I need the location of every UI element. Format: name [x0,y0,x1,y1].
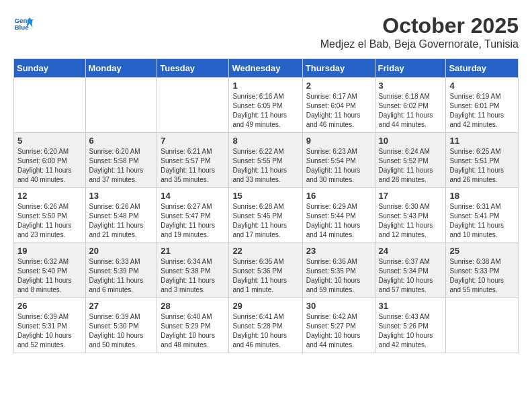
calendar-cell [157,78,229,133]
day-info: Sunrise: 6:40 AM Sunset: 5:29 PM Dayligh… [161,312,225,350]
weekday-header-saturday: Saturday [446,59,519,78]
day-number: 30 [306,301,371,311]
day-number: 23 [306,246,371,256]
day-number: 18 [449,191,515,201]
day-info: Sunrise: 6:31 AM Sunset: 5:41 PM Dayligh… [449,202,515,240]
logo-icon: General Blue [13,13,34,34]
day-number: 1 [232,81,298,91]
calendar-cell: 23Sunrise: 6:36 AM Sunset: 5:35 PM Dayli… [302,243,375,298]
day-number: 5 [17,136,82,146]
day-info: Sunrise: 6:25 AM Sunset: 5:51 PM Dayligh… [449,147,515,185]
day-info: Sunrise: 6:43 AM Sunset: 5:26 PM Dayligh… [379,312,443,350]
calendar-cell: 24Sunrise: 6:37 AM Sunset: 5:34 PM Dayli… [375,243,446,298]
logo: General Blue [13,13,36,34]
day-info: Sunrise: 6:18 AM Sunset: 6:02 PM Dayligh… [379,92,443,130]
day-info: Sunrise: 6:27 AM Sunset: 5:47 PM Dayligh… [161,202,225,240]
calendar-cell: 8Sunrise: 6:22 AM Sunset: 5:55 PM Daylig… [229,133,302,188]
month-title: October 2025 [320,13,519,38]
calendar-cell: 5Sunrise: 6:20 AM Sunset: 6:00 PM Daylig… [14,133,86,188]
day-info: Sunrise: 6:41 AM Sunset: 5:28 PM Dayligh… [232,312,298,350]
calendar-cell [85,78,157,133]
day-number: 7 [161,136,225,146]
calendar-cell: 9Sunrise: 6:23 AM Sunset: 5:54 PM Daylig… [302,133,375,188]
day-info: Sunrise: 6:24 AM Sunset: 5:52 PM Dayligh… [379,147,443,185]
day-number: 19 [17,246,82,256]
day-number: 16 [306,191,371,201]
day-info: Sunrise: 6:35 AM Sunset: 5:36 PM Dayligh… [232,257,298,295]
day-number: 15 [232,191,298,201]
day-info: Sunrise: 6:26 AM Sunset: 5:48 PM Dayligh… [89,202,154,240]
day-info: Sunrise: 6:38 AM Sunset: 5:33 PM Dayligh… [449,257,515,295]
day-number: 31 [379,301,443,311]
day-info: Sunrise: 6:33 AM Sunset: 5:39 PM Dayligh… [89,257,154,295]
calendar-cell: 27Sunrise: 6:39 AM Sunset: 5:30 PM Dayli… [85,298,157,353]
day-number: 22 [232,246,298,256]
calendar-cell: 17Sunrise: 6:30 AM Sunset: 5:43 PM Dayli… [375,188,446,243]
location-subtitle: Medjez el Bab, Beja Governorate, Tunisia [320,38,519,50]
calendar-cell: 6Sunrise: 6:20 AM Sunset: 5:58 PM Daylig… [85,133,157,188]
day-number: 3 [379,81,443,91]
day-info: Sunrise: 6:34 AM Sunset: 5:38 PM Dayligh… [161,257,225,295]
day-number: 11 [449,136,515,146]
calendar-cell: 22Sunrise: 6:35 AM Sunset: 5:36 PM Dayli… [229,243,302,298]
day-number: 10 [379,136,443,146]
calendar-week-row: 26Sunrise: 6:39 AM Sunset: 5:31 PM Dayli… [14,298,519,353]
day-number: 13 [89,191,154,201]
day-number: 2 [306,81,371,91]
calendar-cell: 25Sunrise: 6:38 AM Sunset: 5:33 PM Dayli… [446,243,519,298]
day-number: 24 [379,246,443,256]
day-number: 4 [449,81,515,91]
day-info: Sunrise: 6:29 AM Sunset: 5:44 PM Dayligh… [306,202,371,240]
calendar-cell: 21Sunrise: 6:34 AM Sunset: 5:38 PM Dayli… [157,243,229,298]
day-info: Sunrise: 6:19 AM Sunset: 6:01 PM Dayligh… [449,92,515,130]
calendar-week-row: 12Sunrise: 6:26 AM Sunset: 5:50 PM Dayli… [14,188,519,243]
weekday-header-monday: Monday [85,59,157,78]
calendar-cell: 10Sunrise: 6:24 AM Sunset: 5:52 PM Dayli… [375,133,446,188]
day-info: Sunrise: 6:21 AM Sunset: 5:57 PM Dayligh… [161,147,225,185]
day-info: Sunrise: 6:37 AM Sunset: 5:34 PM Dayligh… [379,257,443,295]
calendar-week-row: 19Sunrise: 6:32 AM Sunset: 5:40 PM Dayli… [14,243,519,298]
day-number: 9 [306,136,371,146]
calendar-cell: 3Sunrise: 6:18 AM Sunset: 6:02 PM Daylig… [375,78,446,133]
day-info: Sunrise: 6:32 AM Sunset: 5:40 PM Dayligh… [17,257,82,295]
calendar-cell: 19Sunrise: 6:32 AM Sunset: 5:40 PM Dayli… [14,243,86,298]
day-info: Sunrise: 6:39 AM Sunset: 5:30 PM Dayligh… [89,312,154,350]
day-info: Sunrise: 6:17 AM Sunset: 6:04 PM Dayligh… [306,92,371,130]
day-number: 8 [232,136,298,146]
day-info: Sunrise: 6:42 AM Sunset: 5:27 PM Dayligh… [306,312,371,350]
day-info: Sunrise: 6:30 AM Sunset: 5:43 PM Dayligh… [379,202,443,240]
calendar-cell [14,78,86,133]
calendar-cell: 15Sunrise: 6:28 AM Sunset: 5:45 PM Dayli… [229,188,302,243]
day-number: 20 [89,246,154,256]
calendar-week-row: 1Sunrise: 6:16 AM Sunset: 6:05 PM Daylig… [14,78,519,133]
day-info: Sunrise: 6:28 AM Sunset: 5:45 PM Dayligh… [232,202,298,240]
day-info: Sunrise: 6:36 AM Sunset: 5:35 PM Dayligh… [306,257,371,295]
day-info: Sunrise: 6:39 AM Sunset: 5:31 PM Dayligh… [17,312,82,350]
calendar-cell: 1Sunrise: 6:16 AM Sunset: 6:05 PM Daylig… [229,78,302,133]
day-number: 26 [17,301,82,311]
day-number: 25 [449,246,515,256]
day-number: 6 [89,136,154,146]
calendar-cell: 18Sunrise: 6:31 AM Sunset: 5:41 PM Dayli… [446,188,519,243]
weekday-header-sunday: Sunday [14,59,86,78]
calendar-cell: 31Sunrise: 6:43 AM Sunset: 5:26 PM Dayli… [375,298,446,353]
calendar-cell: 13Sunrise: 6:26 AM Sunset: 5:48 PM Dayli… [85,188,157,243]
calendar-cell: 29Sunrise: 6:41 AM Sunset: 5:28 PM Dayli… [229,298,302,353]
day-info: Sunrise: 6:20 AM Sunset: 6:00 PM Dayligh… [17,147,82,185]
calendar-cell: 14Sunrise: 6:27 AM Sunset: 5:47 PM Dayli… [157,188,229,243]
weekday-header-wednesday: Wednesday [229,59,302,78]
day-number: 14 [161,191,225,201]
calendar-cell: 28Sunrise: 6:40 AM Sunset: 5:29 PM Dayli… [157,298,229,353]
day-info: Sunrise: 6:26 AM Sunset: 5:50 PM Dayligh… [17,202,82,240]
day-number: 21 [161,246,225,256]
day-info: Sunrise: 6:23 AM Sunset: 5:54 PM Dayligh… [306,147,371,185]
calendar-week-row: 5Sunrise: 6:20 AM Sunset: 6:00 PM Daylig… [14,133,519,188]
weekday-header-thursday: Thursday [302,59,375,78]
weekday-header-row: SundayMondayTuesdayWednesdayThursdayFrid… [14,59,519,78]
day-info: Sunrise: 6:22 AM Sunset: 5:55 PM Dayligh… [232,147,298,185]
day-number: 12 [17,191,82,201]
calendar-cell: 30Sunrise: 6:42 AM Sunset: 5:27 PM Dayli… [302,298,375,353]
calendar-cell: 4Sunrise: 6:19 AM Sunset: 6:01 PM Daylig… [446,78,519,133]
calendar-cell: 26Sunrise: 6:39 AM Sunset: 5:31 PM Dayli… [14,298,86,353]
day-number: 17 [379,191,443,201]
